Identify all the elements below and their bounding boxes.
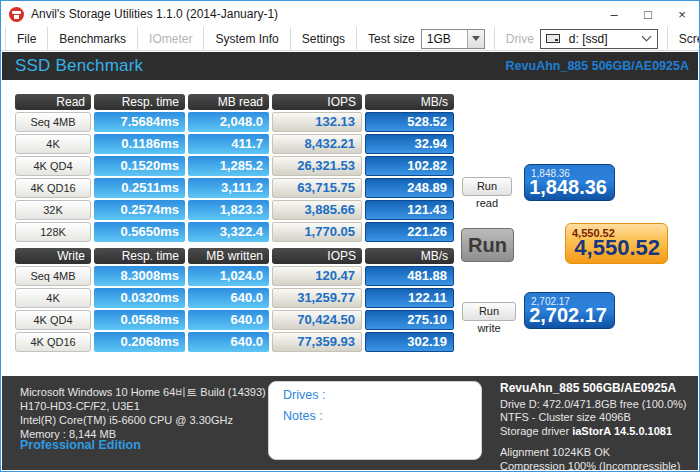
- write-header-iops: IOPS: [272, 248, 362, 264]
- write-header-mb-s: MB/s: [365, 248, 454, 264]
- system-line-2: Intel(R) Core(TM) i5-6600 CPU @ 3.30GHz: [20, 413, 266, 427]
- menu-item-settings[interactable]: Settings: [291, 27, 357, 51]
- run-read-button[interactable]: Run read: [462, 177, 512, 196]
- drive-group: Drive d: [ssd]: [495, 27, 668, 51]
- write-seq-4mb-label[interactable]: Seq 4MB: [15, 266, 91, 286]
- drive-value: d: [ssd]: [564, 32, 639, 46]
- write-4k-qd4-mb: 640.0: [188, 310, 269, 330]
- read-score-box: 1,848.36 1,848.36: [524, 164, 615, 201]
- read-4k-qd4-mb: 1,285.2: [188, 156, 269, 176]
- read-header-iops: IOPS: [272, 94, 362, 110]
- total-score-value: 4,550.52: [566, 235, 667, 261]
- write-4k-qd4-label[interactable]: 4K QD4: [15, 310, 91, 330]
- test-size-label: Test size: [357, 32, 421, 46]
- page-title: SSD Benchmark: [2, 56, 143, 76]
- write-4k-qd16-resp: 0.2068ms: [94, 332, 185, 352]
- app-icon: [9, 7, 24, 22]
- read-4k-iops: 8,432.21: [272, 134, 362, 154]
- read-32k-iops: 3,885.66: [272, 200, 362, 220]
- test-size-select[interactable]: 1GB: [421, 29, 485, 49]
- app-window: Anvil's Storage Utilities 1.1.0 (2014-Ja…: [0, 0, 700, 472]
- read-128k-label[interactable]: 128K: [15, 222, 91, 242]
- storage-driver-value: iaStorA 14.5.0.1081: [572, 425, 672, 437]
- read-32k-mbs: 121.43: [365, 200, 454, 220]
- run-write-button[interactable]: Run write: [462, 302, 516, 321]
- read-32k-label[interactable]: 32K: [15, 200, 91, 220]
- alignment-status: Alignment 1024KB OK: [500, 446, 686, 460]
- read-128k-mb: 3,322.4: [188, 222, 269, 242]
- read-seq-4mb-resp: 7.5684ms: [94, 112, 185, 132]
- read-128k-mbs: 221.26: [365, 222, 454, 242]
- drive-line-1: NTFS - Cluster size 4096B: [500, 411, 686, 425]
- menu-item-screenshot[interactable]: Screenshot: [668, 27, 700, 51]
- write-4k-qd4-resp: 0.0568ms: [94, 310, 185, 330]
- compression-status: Compression 100% (Incompressible): [500, 460, 686, 472]
- drive-label: Drive: [495, 32, 540, 46]
- read-header-read: Read: [15, 94, 91, 110]
- menu-item-system-info[interactable]: System Info: [204, 27, 290, 51]
- write-4k-mb: 640.0: [188, 288, 269, 308]
- read-score-value: 1,848.36: [525, 176, 614, 199]
- write-4k-qd16-mbs: 302.19: [365, 332, 454, 352]
- write-4k-qd16-iops: 77,359.93: [272, 332, 362, 352]
- read-header-mb-s: MB/s: [365, 94, 454, 110]
- write-4k-iops: 31,259.77: [272, 288, 362, 308]
- read-table: ReadResp. timeMB readIOPSMB/sSeq 4MB7.56…: [15, 94, 454, 242]
- read-4k-qd16-resp: 0.2511ms: [94, 178, 185, 198]
- device-name: RevuAhn_885 506GB/AE0925A: [506, 59, 698, 73]
- read-4k-label[interactable]: 4K: [15, 134, 91, 154]
- menu-item-benchmarks[interactable]: Benchmarks: [48, 27, 138, 51]
- run-button[interactable]: Run: [461, 228, 514, 262]
- menu-item-iometer: IOmeter: [138, 27, 204, 51]
- maximize-button[interactable]: □: [631, 1, 665, 27]
- read-seq-4mb-label[interactable]: Seq 4MB: [15, 112, 91, 132]
- menu-item-file[interactable]: File: [5, 27, 48, 51]
- write-4k-qd16-mb: 640.0: [188, 332, 269, 352]
- test-size-dropdown-button[interactable]: [467, 30, 484, 48]
- minimize-button[interactable]: –: [597, 1, 631, 27]
- system-info-block: Microsoft Windows 10 Home 64비트 Build (14…: [20, 385, 266, 441]
- write-4k-qd4-mbs: 275.10: [365, 310, 454, 330]
- chevron-down-icon: [641, 32, 651, 42]
- drive-select[interactable]: d: [ssd]: [540, 29, 658, 49]
- drives-notes-box[interactable]: Drives : Notes :: [268, 381, 482, 460]
- storage-driver-label: Storage driver: [500, 425, 569, 437]
- read-seq-4mb-mbs: 528.52: [365, 112, 454, 132]
- system-line-1: H170-HD3-CF/F2, U3E1: [20, 399, 266, 413]
- read-32k-mb: 1,823.3: [188, 200, 269, 220]
- read-4k-qd16-label[interactable]: 4K QD16: [15, 178, 91, 198]
- write-4k-qd4-iops: 70,424.50: [272, 310, 362, 330]
- window-title: Anvil's Storage Utilities 1.1.0 (2014-Ja…: [31, 7, 278, 21]
- footer-device-name: RevuAhn_885 506GB/AE0925A: [500, 382, 686, 396]
- total-score-box: 4,550.52 4,550.52: [565, 223, 668, 264]
- read-4k-mbs: 32.94: [365, 134, 454, 154]
- read-4k-qd16-mb: 3,111.2: [188, 178, 269, 198]
- read-4k-resp: 0.1186ms: [94, 134, 185, 154]
- drive-info-block: RevuAhn_885 506GB/AE0925A Drive D: 472.0…: [500, 382, 686, 472]
- drive-line-0: Drive D: 472.0/471.8GB free (100.0%): [500, 398, 686, 412]
- close-button[interactable]: ×: [665, 1, 699, 27]
- write-score-box: 2,702.17 2,702.17: [524, 292, 615, 329]
- read-4k-qd4-resp: 0.1520ms: [94, 156, 185, 176]
- drives-label: Drives :: [269, 382, 481, 403]
- read-4k-qd16-iops: 63,715.75: [272, 178, 362, 198]
- write-seq-4mb-mb: 1,024.0: [188, 266, 269, 286]
- write-header-write: Write: [15, 248, 91, 264]
- write-header-resp-time: Resp. time: [94, 248, 185, 264]
- write-score-value: 2,702.17: [525, 304, 614, 327]
- benchmark-header: SSD Benchmark RevuAhn_885 506GB/AE0925A: [2, 52, 698, 80]
- read-4k-qd4-mbs: 102.82: [365, 156, 454, 176]
- status-panel: Microsoft Windows 10 Home 64비트 Build (14…: [2, 376, 698, 470]
- system-line-0: Microsoft Windows 10 Home 64비트 Build (14…: [20, 385, 266, 399]
- edition-label: Professional Edition: [20, 438, 141, 452]
- notes-label: Notes :: [269, 403, 481, 424]
- write-4k-label[interactable]: 4K: [15, 288, 91, 308]
- write-4k-resp: 0.0320ms: [94, 288, 185, 308]
- write-4k-qd16-label[interactable]: 4K QD16: [15, 332, 91, 352]
- read-header-resp-time: Resp. time: [94, 94, 185, 110]
- read-4k-qd4-iops: 26,321.53: [272, 156, 362, 176]
- write-seq-4mb-resp: 8.3008ms: [94, 266, 185, 286]
- read-4k-qd4-label[interactable]: 4K QD4: [15, 156, 91, 176]
- write-table: WriteResp. timeMB writtenIOPSMB/sSeq 4MB…: [15, 248, 454, 352]
- chevron-down-icon: [472, 36, 480, 41]
